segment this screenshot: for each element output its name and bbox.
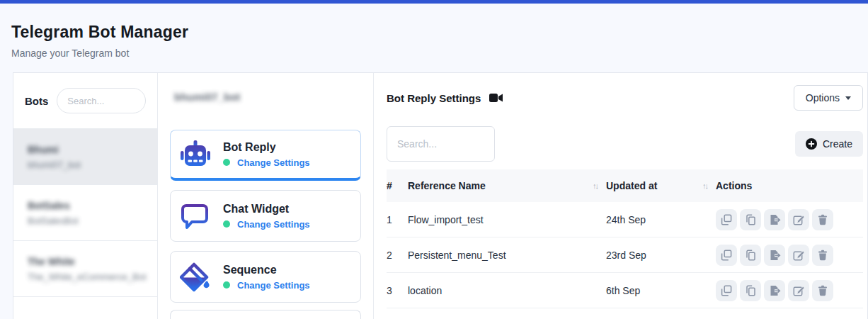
main-card: Bots Bhumi bhumi07_bot BotSales BotSales… [13, 72, 868, 319]
row-num: 3 [387, 285, 408, 296]
bot-list-item[interactable]: Bhumi bhumi07_bot [13, 129, 157, 185]
page-title: Telegram Bot Manager [11, 23, 857, 42]
feature-title: Chat Widget [223, 203, 310, 216]
delete-button[interactable] [812, 209, 833, 230]
row-actions [716, 245, 863, 266]
create-button[interactable]: Create [795, 131, 863, 157]
bot-username: The_White_eCommerce_Bot [28, 272, 143, 282]
selected-bot-title: bhumi07_bot [174, 91, 361, 103]
export-icon [769, 285, 781, 296]
edit-icon [793, 214, 804, 225]
export-icon [769, 250, 781, 261]
bot-reply-settings-panel: Bot Reply Settings Options Create [373, 73, 867, 319]
edit-button[interactable] [788, 209, 809, 230]
edit-icon [793, 285, 804, 296]
feature-title: Sequence [223, 264, 310, 276]
bot-name: BotSales [28, 200, 143, 211]
status-dot-icon [223, 281, 230, 289]
bots-panel-header: Bots [13, 73, 157, 129]
row-actions [716, 209, 863, 230]
copy-button[interactable] [740, 280, 761, 301]
reference-name: Persistent_menu_Test [408, 250, 606, 261]
copy-icon [745, 285, 756, 296]
status-dot-icon [223, 159, 230, 166]
export-button[interactable] [764, 245, 785, 266]
bot-name: Bhumi [28, 144, 143, 155]
page-header: Telegram Bot Manager Manage your Telegra… [0, 4, 868, 59]
feature-card-text: Chat Widget Change Settings [223, 203, 310, 230]
bot-features-panel: bhumi07_bot Bot Reply Change Settings [157, 73, 373, 319]
reference-name: Flow_import_test [408, 214, 606, 225]
chevron-down-icon [845, 96, 851, 100]
trash-icon [817, 214, 828, 225]
column-header-num: # [387, 180, 408, 191]
bot-username: bhumi07_bot [28, 160, 143, 170]
clone-icon [721, 214, 732, 225]
plus-circle-icon [806, 138, 817, 150]
updated-at: 23rd Sep [606, 250, 716, 261]
feature-card-sequence[interactable]: Sequence Change Settings [170, 251, 361, 303]
table-header-row: # Reference Name ↑↓ Updated at ↑↓ Action… [387, 169, 863, 202]
reference-table: # Reference Name ↑↓ Updated at ↑↓ Action… [387, 169, 863, 308]
feature-title: Bot Reply [223, 141, 310, 154]
updated-at: 24th Sep [606, 214, 716, 225]
video-camera-icon [489, 93, 503, 103]
create-button-label: Create [823, 138, 852, 150]
paint-bucket-icon [180, 262, 211, 293]
reference-search-input[interactable] [387, 126, 495, 162]
column-header-actions: Actions [716, 180, 863, 191]
clone-icon [721, 285, 732, 296]
delete-button[interactable] [812, 280, 833, 301]
edit-button[interactable] [788, 280, 809, 301]
status-dot-icon [223, 220, 230, 228]
row-num: 2 [387, 250, 408, 261]
copy-icon [745, 214, 756, 225]
copy-button[interactable] [740, 209, 761, 230]
bot-name: The White [28, 256, 143, 267]
table-row: 3 location 6th Sep [387, 273, 863, 308]
sort-arrows-icon[interactable]: ↑↓ [593, 181, 598, 190]
row-num: 1 [387, 214, 408, 225]
trash-icon [817, 250, 828, 261]
clone-button[interactable] [716, 209, 737, 230]
column-header-reference[interactable]: Reference Name ↑↓ [408, 180, 606, 191]
clone-icon [721, 250, 732, 261]
change-settings-link[interactable]: Change Settings [237, 280, 310, 291]
feature-card-bot-reply[interactable]: Bot Reply Change Settings [170, 130, 361, 181]
feature-card-chat-widget[interactable]: Chat Widget Change Settings [170, 190, 361, 242]
robot-icon [180, 139, 211, 170]
settings-panel-title: Bot Reply Settings [387, 92, 481, 104]
delete-button[interactable] [812, 245, 833, 266]
clone-button[interactable] [716, 280, 737, 301]
feature-card-partial[interactable] [170, 310, 361, 319]
bots-search-input[interactable] [57, 88, 146, 113]
table-row: 1 Flow_import_test 24th Sep [387, 202, 863, 237]
change-settings-link[interactable]: Change Settings [237, 219, 310, 230]
sort-arrows-icon[interactable]: ↑↓ [702, 181, 707, 190]
options-button-label: Options [806, 92, 840, 103]
row-actions [716, 280, 863, 301]
copy-icon [745, 250, 756, 261]
options-button[interactable]: Options [794, 85, 863, 111]
copy-button[interactable] [740, 245, 761, 266]
bots-heading: Bots [25, 95, 48, 107]
bot-list-item[interactable] [13, 297, 157, 319]
feature-card-text: Bot Reply Change Settings [223, 141, 310, 168]
clone-button[interactable] [716, 245, 737, 266]
feature-card-text: Sequence Change Settings [223, 264, 310, 291]
column-header-updated[interactable]: Updated at ↑↓ [606, 180, 716, 191]
reference-name: location [408, 285, 606, 296]
bots-panel: Bots Bhumi bhumi07_bot BotSales BotSales… [13, 73, 157, 319]
chat-bubble-icon [180, 201, 211, 232]
bot-list-item[interactable]: BotSales BotSalesBot [13, 185, 157, 241]
table-row: 2 Persistent_menu_Test 23rd Sep [387, 237, 863, 273]
edit-icon [793, 250, 804, 261]
bot-list-item[interactable]: The White The_White_eCommerce_Bot [13, 241, 157, 297]
edit-button[interactable] [788, 245, 809, 266]
bot-username: BotSalesBot [28, 216, 143, 226]
updated-at: 6th Sep [606, 285, 716, 296]
export-icon [769, 214, 781, 225]
change-settings-link[interactable]: Change Settings [237, 157, 310, 168]
export-button[interactable] [764, 209, 785, 230]
export-button[interactable] [764, 280, 785, 301]
